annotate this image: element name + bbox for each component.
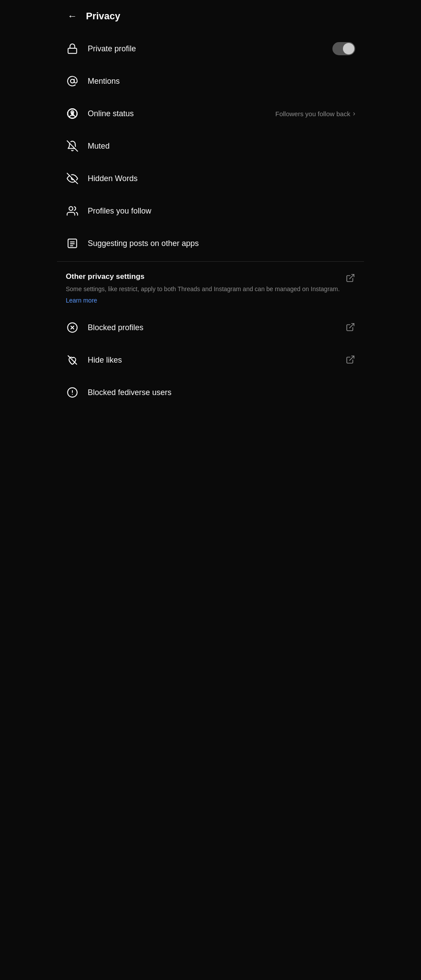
menu-item-muted[interactable]: Muted	[57, 130, 364, 162]
eye-off-icon	[66, 172, 79, 185]
page-header: ← Privacy	[57, 0, 364, 32]
blocked-profiles-external-icon	[346, 322, 355, 334]
muted-label: Muted	[88, 142, 355, 151]
alert-circle-icon	[66, 386, 79, 399]
svg-rect-9	[68, 239, 77, 248]
hide-likes-label: Hide likes	[88, 356, 337, 365]
blocked-profiles-label: Blocked profiles	[88, 323, 337, 332]
mentions-label: Mentions	[88, 77, 355, 86]
hide-likes-external-icon	[346, 355, 355, 367]
other-privacy-title: Other privacy settings	[66, 272, 340, 281]
menu-item-private-profile[interactable]: Private profile	[57, 32, 364, 65]
svg-line-6	[67, 141, 78, 151]
online-status-sublabel: Followers you follow back	[275, 110, 350, 118]
mentions-icon	[66, 75, 79, 88]
online-status-right: Followers you follow back ›	[275, 110, 355, 118]
svg-rect-0	[68, 48, 77, 53]
chevron-right-icon: ›	[353, 110, 355, 118]
svg-point-1	[71, 79, 75, 83]
page-title: Privacy	[86, 11, 120, 22]
menu-item-blocked-profiles[interactable]: Blocked profiles	[57, 311, 364, 344]
menu-item-hidden-words[interactable]: Hidden Words	[57, 162, 364, 195]
section-divider	[57, 261, 364, 262]
back-button[interactable]: ←	[66, 9, 79, 24]
menu-item-profiles-follow[interactable]: Profiles you follow	[57, 195, 364, 227]
menu-item-blocked-fediverse[interactable]: Blocked fediverse users	[57, 376, 364, 409]
external-link-icon[interactable]	[346, 273, 355, 285]
online-status-label: Online status	[88, 109, 267, 118]
list-icon	[66, 237, 79, 250]
online-status-icon	[66, 107, 79, 120]
private-profile-label: Private profile	[88, 44, 324, 53]
learn-more-link[interactable]: Learn more	[66, 297, 97, 304]
other-privacy-header: Other privacy settings Some settings, li…	[66, 272, 355, 304]
private-profile-toggle[interactable]	[332, 42, 355, 55]
suggesting-posts-label: Suggesting posts on other apps	[88, 239, 355, 248]
menu-item-online-status[interactable]: Online status Followers you follow back …	[57, 97, 364, 130]
svg-point-8	[69, 207, 73, 210]
users-icon	[66, 204, 79, 217]
x-circle-icon	[66, 321, 79, 334]
menu-item-hide-likes[interactable]: Hide likes	[57, 344, 364, 376]
profiles-follow-label: Profiles you follow	[88, 207, 355, 216]
menu-item-mentions[interactable]: Mentions	[57, 65, 364, 97]
back-arrow-icon: ←	[68, 11, 77, 22]
hidden-words-label: Hidden Words	[88, 174, 355, 183]
lock-icon	[66, 42, 79, 55]
other-privacy-description: Some settings, like restrict, apply to b…	[66, 285, 340, 294]
toggle-knob	[343, 43, 354, 54]
blocked-fediverse-label: Blocked fediverse users	[88, 388, 355, 397]
menu-item-suggesting-posts[interactable]: Suggesting posts on other apps	[57, 227, 364, 260]
heart-off-icon	[66, 353, 79, 367]
other-privacy-section: Other privacy settings Some settings, li…	[57, 264, 364, 311]
bell-off-icon	[66, 139, 79, 153]
